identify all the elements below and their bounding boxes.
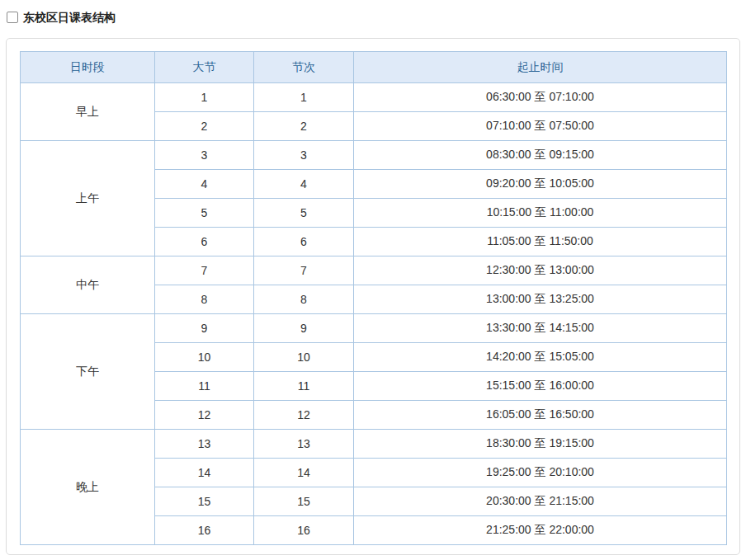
major-period-cell: 10 <box>155 343 254 372</box>
major-period-cell: 4 <box>155 170 254 199</box>
period-number-cell: 6 <box>254 228 354 256</box>
page-title: 东校区日课表结构 <box>23 11 116 24</box>
time-range-cell: 20:30:00 至 21:15:00 <box>354 487 727 516</box>
major-period-cell: 13 <box>155 430 254 459</box>
table-row: 中午7712:30:00 至 13:00:00 <box>21 256 727 285</box>
time-range-cell: 13:30:00 至 14:15:00 <box>354 314 727 343</box>
period-number-cell: 9 <box>254 314 354 343</box>
time-range-cell: 18:30:00 至 19:15:00 <box>354 430 727 459</box>
timetable-checkbox[interactable] <box>7 12 18 23</box>
time-range-cell: 14:20:00 至 15:05:00 <box>354 343 727 372</box>
time-range-cell: 21:25:00 至 22:00:00 <box>354 516 727 545</box>
period-number-cell: 2 <box>254 112 354 141</box>
major-period-cell: 9 <box>155 314 254 343</box>
major-period-cell: 1 <box>155 83 254 112</box>
major-period-cell: 6 <box>155 228 254 256</box>
period-number-cell: 11 <box>254 372 354 401</box>
period-number-cell: 4 <box>254 170 354 199</box>
day-period-cell: 晚上 <box>21 430 155 545</box>
major-period-cell: 15 <box>155 487 254 516</box>
day-period-cell: 早上 <box>21 83 155 141</box>
major-period-cell: 3 <box>155 141 254 170</box>
table-row: 下午9913:30:00 至 14:15:00 <box>21 314 727 343</box>
time-range-cell: 06:30:00 至 07:10:00 <box>354 83 727 112</box>
day-period-cell: 上午 <box>21 141 155 256</box>
time-range-cell: 16:05:00 至 16:50:00 <box>354 401 727 430</box>
period-number-cell: 13 <box>254 430 354 459</box>
day-period-cell: 中午 <box>21 256 155 314</box>
time-range-cell: 15:15:00 至 16:00:00 <box>354 372 727 401</box>
time-range-cell: 08:30:00 至 09:15:00 <box>354 141 727 170</box>
major-period-cell: 14 <box>155 459 254 487</box>
time-range-cell: 07:10:00 至 07:50:00 <box>354 112 727 141</box>
major-period-cell: 8 <box>155 285 254 314</box>
time-range-cell: 12:30:00 至 13:00:00 <box>354 256 727 285</box>
header-row: 日时段 大节 节次 起止时间 <box>21 52 727 83</box>
period-number-cell: 1 <box>254 83 354 112</box>
col-header-period-number: 节次 <box>254 52 354 83</box>
col-header-major-period: 大节 <box>155 52 254 83</box>
table-row: 晚上131318:30:00 至 19:15:00 <box>21 430 727 459</box>
period-number-cell: 14 <box>254 459 354 487</box>
major-period-cell: 12 <box>155 401 254 430</box>
col-header-day-period: 日时段 <box>21 52 155 83</box>
day-period-cell: 下午 <box>21 314 155 430</box>
time-range-cell: 11:05:00 至 11:50:00 <box>354 228 727 256</box>
period-number-cell: 16 <box>254 516 354 545</box>
time-range-cell: 13:00:00 至 13:25:00 <box>354 285 727 314</box>
time-range-cell: 10:15:00 至 11:00:00 <box>354 199 727 228</box>
major-period-cell: 16 <box>155 516 254 545</box>
major-period-cell: 2 <box>155 112 254 141</box>
period-number-cell: 7 <box>254 256 354 285</box>
period-number-cell: 3 <box>254 141 354 170</box>
major-period-cell: 7 <box>155 256 254 285</box>
table-row: 早上1106:30:00 至 07:10:00 <box>21 83 727 112</box>
time-range-cell: 19:25:00 至 20:10:00 <box>354 459 727 487</box>
timetable-panel: 日时段 大节 节次 起止时间 早上1106:30:00 至 07:10:0022… <box>6 38 740 555</box>
timetable-table: 日时段 大节 节次 起止时间 早上1106:30:00 至 07:10:0022… <box>20 51 727 545</box>
period-number-cell: 15 <box>254 487 354 516</box>
table-row: 上午3308:30:00 至 09:15:00 <box>21 141 727 170</box>
major-period-cell: 5 <box>155 199 254 228</box>
period-number-cell: 12 <box>254 401 354 430</box>
time-range-cell: 09:20:00 至 10:05:00 <box>354 170 727 199</box>
period-number-cell: 5 <box>254 199 354 228</box>
period-number-cell: 8 <box>254 285 354 314</box>
period-number-cell: 10 <box>254 343 354 372</box>
major-period-cell: 11 <box>155 372 254 401</box>
timetable-title-row: 东校区日课表结构 <box>7 11 116 24</box>
timetable-body: 早上1106:30:00 至 07:10:002207:10:00 至 07:5… <box>21 83 727 545</box>
col-header-time-range: 起止时间 <box>354 52 727 83</box>
